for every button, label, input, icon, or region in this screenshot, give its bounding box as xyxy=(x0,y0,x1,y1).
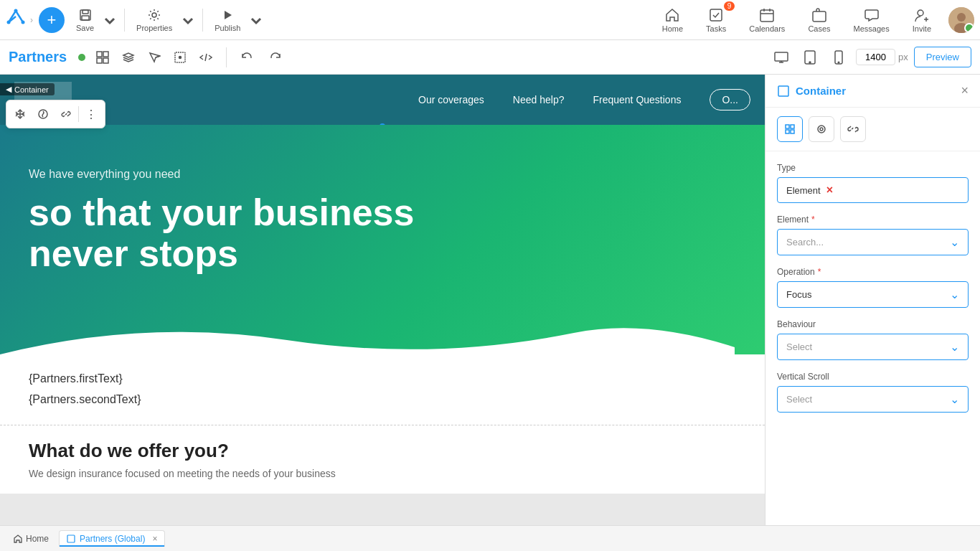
svg-rect-4 xyxy=(83,10,88,14)
toolbar2-icons xyxy=(91,46,217,69)
desktop-view-icon[interactable] xyxy=(770,46,793,69)
svg-point-1 xyxy=(22,20,25,24)
save-button[interactable]: Save xyxy=(70,5,100,35)
properties-dropdown-button[interactable] xyxy=(179,10,197,30)
undo-icon[interactable] xyxy=(235,46,258,69)
panel-header: Container × xyxy=(765,75,980,108)
svg-rect-16 xyxy=(103,52,108,57)
nav-link-faq[interactable]: Frequent Questions xyxy=(593,94,681,105)
behaviour-select[interactable]: Select ⌄ xyxy=(777,334,969,360)
navigate-icon[interactable] xyxy=(143,46,166,69)
tab-close-button[interactable]: × xyxy=(152,534,157,544)
layers-icon[interactable] xyxy=(117,46,140,69)
type-clear-button[interactable]: × xyxy=(826,184,833,197)
nav-home[interactable]: Home xyxy=(656,4,689,36)
type-field-group: Type Element × xyxy=(777,163,969,203)
panel-tab-link[interactable] xyxy=(840,116,866,142)
hero-title-line2: never stops xyxy=(29,232,238,274)
svg-point-25 xyxy=(838,62,839,63)
white-section: {Partners.firstText} {Partners.secondTex… xyxy=(0,354,765,425)
vertical-scroll-chevron-icon: ⌄ xyxy=(950,392,959,406)
svg-rect-29 xyxy=(791,125,794,128)
svg-marker-7 xyxy=(225,11,232,19)
nav-invite[interactable]: Invite xyxy=(907,4,937,36)
svg-rect-34 xyxy=(67,535,75,542)
page-title: Partners xyxy=(9,49,67,65)
select-move-button[interactable] xyxy=(9,103,31,125)
nav-link-help[interactable]: Need help? xyxy=(513,94,565,105)
back-arrow-icon[interactable]: › xyxy=(30,15,33,25)
top-toolbar: › + Save Properties xyxy=(0,0,980,40)
first-text-var: {Partners.firstText} xyxy=(29,369,736,390)
offer-subtitle: We design insurance focused on meeting t… xyxy=(29,468,736,479)
separator-1 xyxy=(124,9,125,32)
offer-section: What do we offer you? We design insuranc… xyxy=(0,425,765,494)
redo-icon[interactable] xyxy=(264,46,287,69)
operation-chevron-icon: ⌄ xyxy=(950,288,959,301)
panel-tab-style[interactable] xyxy=(809,116,834,142)
size-display: px xyxy=(856,49,908,65)
floating-toolbar: ⋮ xyxy=(6,100,105,128)
second-toolbar: Partners xyxy=(0,40,980,75)
mobile-view-icon[interactable] xyxy=(827,46,850,69)
svg-point-33 xyxy=(820,128,823,131)
more-options-button[interactable]: ⋮ xyxy=(80,103,102,125)
code-icon[interactable] xyxy=(194,46,217,69)
svg-rect-21 xyxy=(775,52,788,61)
type-label: Type xyxy=(777,163,969,173)
vertical-scroll-field-group: Vertical Scroll Select ⌄ xyxy=(777,372,969,413)
resize-icon[interactable] xyxy=(169,46,192,69)
nav-messages[interactable]: Messages xyxy=(848,4,895,36)
panel-body: Type Element × Element * Search... ⌄ xyxy=(765,151,980,435)
grid-view-icon[interactable] xyxy=(91,46,114,69)
bottom-tab-partners-label: Partners (Global) xyxy=(80,534,145,544)
toolbar-right: Home Tasks 9 Calendars Cas xyxy=(656,4,974,36)
add-button[interactable]: + xyxy=(39,7,65,33)
main-area: Our coverages Need help? Frequent Questi… xyxy=(0,75,980,525)
panel-tab-layout[interactable] xyxy=(777,116,803,142)
nav-calendars[interactable]: Calendars xyxy=(743,4,791,36)
publish-dropdown-button[interactable] xyxy=(248,10,265,30)
container-label[interactable]: ◀ Container xyxy=(0,83,55,95)
size-input[interactable] xyxy=(856,49,895,65)
nav-cases[interactable]: Cases xyxy=(802,4,836,36)
bottom-home-tab[interactable]: Home xyxy=(6,531,56,547)
properties-button[interactable]: Properties xyxy=(131,5,178,35)
svg-point-0 xyxy=(7,20,11,24)
svg-rect-30 xyxy=(786,130,789,133)
website-navbar: Our coverages Need help? Frequent Questi… xyxy=(0,75,765,125)
online-indicator xyxy=(78,54,85,61)
publish-button[interactable]: Publish xyxy=(209,5,246,35)
right-panel: Container × xyxy=(765,75,980,525)
size-unit: px xyxy=(898,52,908,62)
tablet-view-icon[interactable] xyxy=(798,46,821,69)
toolbar2-separator-1 xyxy=(226,47,227,67)
svg-rect-5 xyxy=(82,16,89,20)
element-select[interactable]: Search... ⌄ xyxy=(777,229,969,255)
style-button[interactable] xyxy=(32,103,54,125)
svg-rect-28 xyxy=(786,125,789,128)
preview-button[interactable]: Preview xyxy=(914,47,971,67)
svg-point-32 xyxy=(818,126,825,133)
hero-title-line1: so that your business xyxy=(29,192,414,233)
type-select[interactable]: Element × xyxy=(777,177,969,203)
svg-rect-9 xyxy=(760,10,773,22)
svg-point-13 xyxy=(957,13,966,22)
hero-subtitle: We have everything you need xyxy=(29,168,736,181)
properties-group: Properties xyxy=(131,5,197,35)
bottom-tab-partners[interactable]: Partners (Global) × xyxy=(59,530,165,547)
second-text-var: {Partners.secondText} xyxy=(29,390,736,410)
operation-label: Operation * xyxy=(777,267,969,277)
avatar[interactable] xyxy=(948,7,974,33)
nav-link-coverages[interactable]: Our coverages xyxy=(418,94,484,105)
panel-close-button[interactable]: × xyxy=(961,83,969,98)
save-dropdown-button[interactable] xyxy=(101,10,118,30)
link-button[interactable] xyxy=(55,103,77,125)
operation-select[interactable]: Focus ⌄ xyxy=(777,281,969,308)
vertical-scroll-select[interactable]: Select ⌄ xyxy=(777,386,969,413)
nav-cta-button[interactable]: O... xyxy=(710,89,750,110)
active-tab-indicator xyxy=(60,545,164,547)
bottom-bar: Home Partners (Global) × xyxy=(0,525,980,551)
hero-section: We have everything you need so that your… xyxy=(0,125,765,354)
svg-point-23 xyxy=(809,62,811,63)
